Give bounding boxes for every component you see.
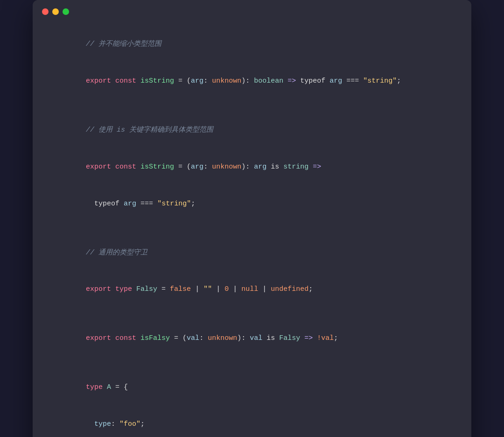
param-val: val [187,334,199,342]
type-falsy-ref: Falsy [279,334,300,342]
keyword-const-3: const [115,334,136,342]
arrow-2: => [313,163,321,171]
code-editor: // 并不能缩小类型范围 export const isString = (ar… [33,21,471,437]
keyword-const: const [115,77,136,85]
operator-typeof-1: typeof [300,77,325,85]
value-null: null [241,285,258,293]
value-zero: 0 [224,285,229,293]
keyword-export-4: export [86,334,111,342]
keyword-export: export [86,77,111,85]
type-unknown-1: unknown [212,77,241,85]
arrow-1: => [287,77,296,85]
type-string-1: string [283,163,308,171]
string-string-2: "string" [157,200,191,208]
operator-is-2: is [266,334,275,342]
type-unknown-2: unknown [212,163,241,171]
param-val-is: val [250,334,262,342]
type-a-def: A [107,383,111,391]
code-line-1: export const isString = (arg: unknown): … [61,63,443,100]
param-arg-ref-1: arg [329,77,342,85]
empty-3 [61,308,443,320]
comment-line-1: // 并不能缩小类型范围 [61,26,443,63]
value-undefined: undefined [271,285,308,293]
value-not-val: !val [317,334,334,342]
keyword-const-2: const [115,163,136,171]
titlebar [33,0,471,21]
code-line-7: type: "foo"; [61,406,443,437]
comment-text: // 并不能缩小类型范围 [86,40,161,48]
code-line-3: typeof arg === "string"; [61,185,443,222]
prop-type-a: type [94,420,111,428]
param-arg-2: arg [191,163,203,171]
string-string-1: "string" [363,77,397,85]
func-isstring-1: isString [140,77,174,85]
func-isstring-2: isString [140,163,174,171]
keyword-type-2: type [86,383,103,391]
func-isfalsy: isFalsy [140,334,170,342]
type-boolean: boolean [254,77,283,85]
editor-window: // 并不能缩小类型范围 export const isString = (ar… [33,0,471,437]
operator-eq-2: === [140,200,153,208]
comment-line-3: // 通用的类型守卫 [61,234,443,271]
keyword-type-1: type [115,285,132,293]
code-line-2: export const isString = (arg: unknown): … [61,149,443,186]
empty-4 [61,357,443,369]
comment-text-3: // 通用的类型守卫 [86,249,147,257]
keyword-export-2: export [86,163,111,171]
param-arg-ref-2: arg [124,200,136,208]
type-falsy-def: Falsy [136,285,157,293]
string-empty: "" [203,285,212,293]
empty-1 [61,100,443,112]
value-false: false [170,285,191,293]
string-foo-1: "foo" [119,420,140,428]
operator-typeof-2: typeof [94,200,119,208]
keyword-export-3: export [86,285,111,293]
code-line-4: export type Falsy = false | "" | 0 | nul… [61,271,443,308]
code-line-5: export const isFalsy = (val: unknown): v… [61,320,443,357]
arrow-3: => [304,334,313,342]
operator-eq-1: === [346,77,359,85]
empty-2 [61,222,443,234]
close-button[interactable] [42,8,49,15]
param-arg-is: arg [254,163,266,171]
operator-is-1: is [271,163,279,171]
comment-line-2: // 使用 is 关键字精确到具体类型范围 [61,112,443,149]
minimize-button[interactable] [52,8,59,15]
maximize-button[interactable] [63,8,69,15]
comment-text-2: // 使用 is 关键字精确到具体类型范围 [86,126,213,134]
param-arg-1: arg [191,77,203,85]
type-unknown-3: unknown [208,334,237,342]
code-line-6: type A = { [61,369,443,406]
